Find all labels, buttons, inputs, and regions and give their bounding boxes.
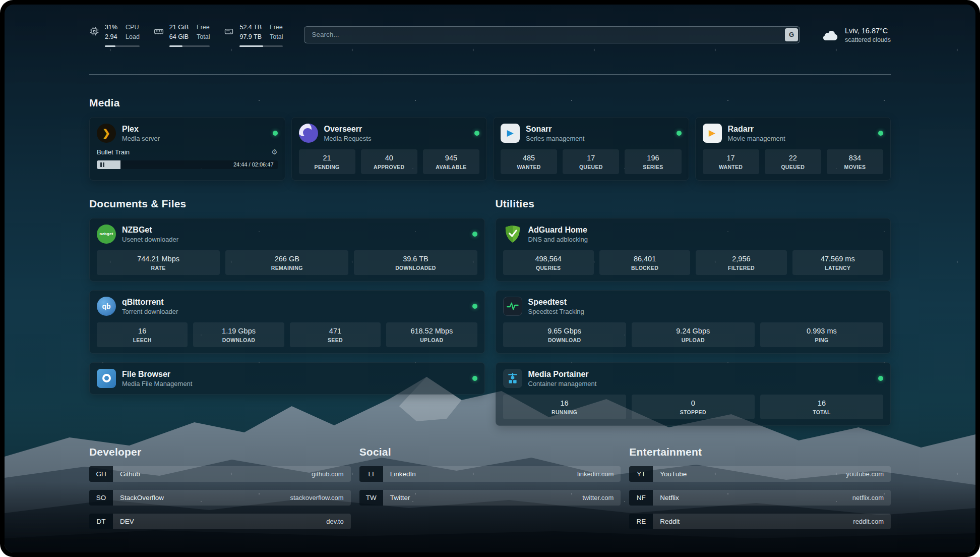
status-dot (472, 304, 477, 309)
app-name: AdGuard Home (528, 225, 588, 235)
stat-queued: 17QUEUED (563, 149, 619, 174)
stat-filtered: 2,956FILTERED (696, 250, 786, 275)
card-adguard[interactable]: AdGuard Home DNS and adblocking 498,564Q… (496, 218, 891, 282)
link-abbr: NF (629, 490, 653, 506)
app-subtitle: Media Requests (324, 135, 372, 142)
card-radarr[interactable]: ▶ Radarr Movie management 17WANTED 22QUE… (695, 117, 891, 181)
section-title-media: Media (89, 97, 891, 109)
status-dot (878, 131, 883, 136)
topbar-divider (89, 74, 891, 75)
link-name: LinkedIn (390, 470, 416, 478)
app-subtitle: Movie management (728, 135, 785, 142)
filebrowser-icon (97, 369, 116, 388)
link-abbr: TW (359, 490, 383, 506)
link-netflix[interactable]: NF Netflix netflix.com (629, 490, 891, 506)
stat-stopped: 0STOPPED (632, 395, 755, 419)
link-name: StackOverflow (120, 494, 164, 502)
stat-total: 16TOTAL (760, 395, 883, 419)
app-name: Speedtest (528, 297, 584, 307)
developer-section: Developer GH Github github.com SO (89, 446, 351, 529)
section-title-social: Social (359, 446, 621, 458)
disk-free-value: 52.4 TB (239, 23, 262, 32)
link-abbr: YT (629, 466, 653, 482)
card-portainer[interactable]: Media Portainer Container management 16R… (496, 362, 891, 426)
ram-free-value: 21 GiB (169, 23, 189, 32)
social-section: Social LI LinkedIn linkedin.com TW (359, 446, 621, 529)
app-name: Plex (122, 124, 160, 134)
link-name: Github (120, 470, 140, 478)
card-filebrowser[interactable]: File Browser Media File Management (89, 362, 485, 395)
card-qbittorrent[interactable]: qb qBittorrent Torrent downloader 16LEEC… (89, 290, 485, 354)
stat-ping: 0.993 msPING (760, 322, 883, 347)
disk-icon (224, 26, 234, 36)
stat-download: 9.65 GbpsDOWNLOAD (503, 322, 626, 347)
stat-upload: 618.52 MbpsUPLOAD (386, 322, 477, 347)
link-name: Reddit (660, 518, 680, 525)
card-nzbget[interactable]: nzbget NZBGet Usenet downloader 744.21 M… (89, 218, 485, 282)
portainer-icon (503, 369, 522, 388)
cpu-load-value: 2.94 (105, 32, 117, 42)
status-dot (878, 376, 883, 381)
weather-condition: scattered clouds (845, 36, 891, 43)
link-linkedin[interactable]: LI LinkedIn linkedin.com (359, 466, 621, 482)
stat-seed: 471SEED (290, 322, 381, 347)
media-cards-row: ❯ Plex Media server Bullet Train ⚙ (89, 117, 891, 181)
ram-monitor: 21 GiB 64 GiB Free Total (154, 23, 210, 47)
section-title-entertainment: Entertainment (629, 446, 891, 458)
search-input[interactable] (304, 26, 800, 43)
app-subtitle: DNS and adblocking (528, 236, 588, 243)
playback-time: 24:44 / 02:06:47 (233, 160, 274, 169)
ram-total-value: 64 GiB (169, 32, 189, 42)
stat-downloaded: 39.6 TBDOWNLOADED (354, 250, 477, 275)
status-dot (677, 131, 682, 136)
link-name: DEV (120, 518, 134, 525)
card-speedtest[interactable]: Speedtest Speedtest Tracking 9.65 GbpsDO… (496, 290, 891, 354)
cpu-icon (89, 26, 99, 36)
card-overseerr[interactable]: Overseerr Media Requests 21PENDING 40APP… (291, 117, 487, 181)
app-name: Overseerr (324, 124, 372, 134)
qbittorrent-icon: qb (97, 297, 116, 316)
card-sonarr[interactable]: ▶ Sonarr Series management 485WANTED 17Q… (493, 117, 689, 181)
search-go-button[interactable]: G (785, 28, 798, 41)
cloud-icon (821, 29, 838, 41)
utilities-column: Utilities (496, 198, 891, 426)
pause-icon[interactable] (100, 162, 104, 167)
ram-label-2: Total (197, 32, 210, 42)
section-title-utilities: Utilities (496, 198, 891, 210)
stat-upload: 9.24 GbpsUPLOAD (632, 322, 755, 347)
weather-location: Lviv, 16.87°C (845, 26, 891, 36)
stat-running: 16RUNNING (503, 395, 626, 419)
link-stackoverflow[interactable]: SO StackOverflow stackoverflow.com (89, 490, 351, 506)
link-name: YouTube (660, 470, 687, 478)
stat-blocked: 86,401BLOCKED (599, 250, 690, 275)
link-youtube[interactable]: YT YouTube youtube.com (629, 466, 891, 482)
dashboard-screen: 31% 2.94 CPU Load (5, 5, 975, 552)
app-name: Radarr (728, 124, 785, 134)
link-name: Netflix (660, 494, 679, 502)
cpu-label-2: Load (126, 32, 140, 42)
link-url: dev.to (326, 518, 343, 525)
card-plex[interactable]: ❯ Plex Media server Bullet Train ⚙ (89, 117, 285, 181)
cpu-usage-value: 31% (105, 23, 117, 32)
stat-available: 945AVAILABLE (423, 149, 479, 174)
link-dev[interactable]: DT DEV dev.to (89, 514, 351, 529)
link-reddit[interactable]: RE Reddit reddit.com (629, 514, 891, 529)
nzbget-icon: nzbget (97, 225, 116, 244)
status-dot (472, 376, 477, 381)
link-abbr: SO (89, 490, 113, 506)
link-url: linkedin.com (577, 470, 614, 478)
disk-monitor: 52.4 TB 97.9 TB Free Total (224, 23, 283, 47)
cpu-usage-bar (105, 45, 140, 47)
gear-icon[interactable]: ⚙ (271, 148, 278, 155)
stat-download: 1.19 GbpsDOWNLOAD (193, 322, 284, 347)
link-url: stackoverflow.com (290, 494, 343, 502)
link-twitter[interactable]: TW Twitter twitter.com (359, 490, 621, 506)
playback-progress-bar[interactable]: 24:44 / 02:06:47 (97, 160, 278, 169)
link-url: netflix.com (852, 494, 884, 502)
plex-icon: ❯ (97, 124, 116, 143)
documents-column: Documents & Files nzbget NZBGet Usenet d… (89, 198, 485, 426)
link-github[interactable]: GH Github github.com (89, 466, 351, 482)
now-playing-title: Bullet Train (97, 148, 130, 156)
stat-wanted: 17WANTED (703, 149, 759, 174)
stat-queued: 22QUEUED (765, 149, 821, 174)
